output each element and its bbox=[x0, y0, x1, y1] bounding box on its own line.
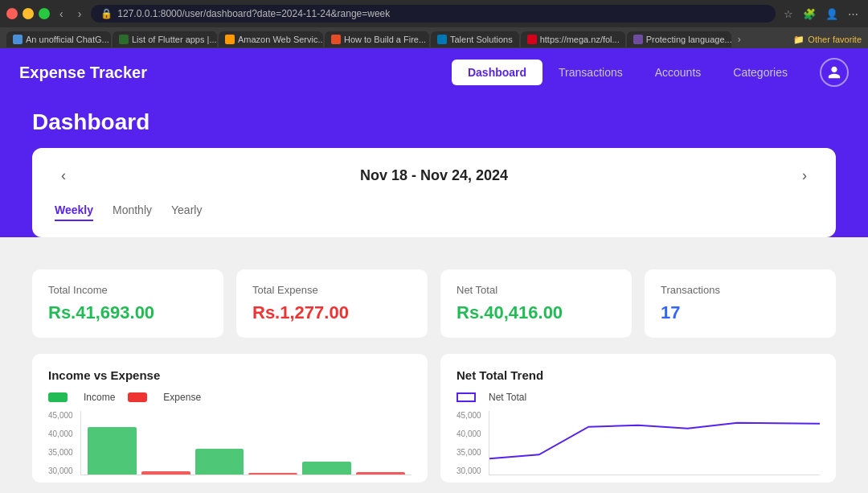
chart-area-income-expense: 45,000 40,000 35,000 30,000 bbox=[48, 411, 411, 475]
close-button[interactable]: × bbox=[6, 8, 18, 19]
app-header: Expense Tracker Dashboard Transactions A… bbox=[0, 48, 868, 97]
date-nav-row: ‹ Nov 18 - Nov 24, 2024 › bbox=[55, 164, 813, 187]
chart-line-net bbox=[489, 411, 820, 475]
chart-area-net-trend: 45,000 40,000 35,000 30,000 bbox=[457, 411, 820, 475]
prev-date-button[interactable]: ‹ bbox=[55, 164, 72, 187]
tab-label: An unofficial ChatG... bbox=[26, 35, 109, 44]
tab-language[interactable]: Protecting language... bbox=[627, 31, 731, 47]
browser-toolbar: × − + ‹ › 🔒 127.0.0.1:8000/user/dashboar… bbox=[0, 0, 868, 27]
y-label-1: 45,000 bbox=[48, 411, 77, 420]
legend-income-color bbox=[48, 392, 68, 402]
browser-actions: ☆ 🧩 👤 ⋯ bbox=[780, 6, 862, 22]
tab-label: Talent Solutions bbox=[450, 35, 513, 44]
main-bg: Total Income Rs.41,693.00 Total Expense … bbox=[0, 253, 868, 493]
settings-button[interactable]: ⋯ bbox=[845, 6, 862, 22]
url-text: 127.0.0.1:8000/user/dashboard?date=2024-… bbox=[117, 8, 390, 19]
next-date-button[interactable]: › bbox=[796, 164, 813, 187]
bar-expense-1 bbox=[141, 471, 190, 475]
tab-mega[interactable]: https://mega.nz/fol... bbox=[521, 31, 625, 47]
nav-tab-transactions[interactable]: Transactions bbox=[542, 60, 639, 85]
y-axis-labels-net: 45,000 40,000 35,000 30,000 bbox=[457, 411, 485, 475]
stat-card-income: Total Income Rs.41,693.00 bbox=[32, 269, 223, 338]
chart-legend-income-expense: Income Expense bbox=[48, 392, 411, 403]
tab-label: https://mega.nz/fol... bbox=[540, 35, 620, 44]
chart-bars-income-expense bbox=[80, 411, 411, 475]
legend-net-color bbox=[457, 392, 476, 402]
tab-chatg[interactable]: An unofficial ChatG... bbox=[6, 31, 111, 47]
y-label-net-4: 30,000 bbox=[457, 466, 485, 475]
tab-label: List of Flutter apps |... bbox=[132, 35, 217, 44]
range-tab-weekly[interactable]: Weekly bbox=[55, 200, 93, 221]
nav-tabs: Dashboard Transactions Accounts Categori… bbox=[452, 60, 804, 85]
nav-tab-categories[interactable]: Categories bbox=[717, 60, 804, 85]
bar-expense-2 bbox=[248, 473, 297, 475]
profile-button[interactable]: 👤 bbox=[822, 6, 841, 22]
stat-card-net: Net Total Rs.40,416.00 bbox=[440, 269, 632, 338]
chart-card-net-trend: Net Total Trend Net Total 45,000 40,000 … bbox=[440, 354, 836, 483]
nav-tab-accounts[interactable]: Accounts bbox=[639, 60, 718, 85]
app-title: Expense Tracker bbox=[19, 64, 452, 82]
chart-legend-net-trend: Net Total bbox=[457, 392, 820, 403]
stat-value-income: Rs.41,693.00 bbox=[48, 302, 207, 323]
app: Expense Tracker Dashboard Transactions A… bbox=[0, 48, 868, 237]
y-label-net-1: 45,000 bbox=[457, 411, 485, 420]
back-button[interactable]: ‹ bbox=[55, 6, 68, 22]
user-icon[interactable] bbox=[820, 58, 849, 87]
page-title: Dashboard bbox=[32, 109, 836, 135]
tab-icon bbox=[437, 35, 447, 44]
tab-flutter[interactable]: List of Flutter apps |... bbox=[113, 31, 217, 47]
charts-section: Income vs Expense Income Expense 45,000 … bbox=[0, 354, 868, 493]
chart-title-income-expense: Income vs Expense bbox=[48, 368, 411, 382]
stat-value-net: Rs.40,416.00 bbox=[457, 302, 616, 323]
tab-label: Protecting language... bbox=[646, 35, 731, 44]
chart-title-net-trend: Net Total Trend bbox=[457, 368, 820, 382]
lock-icon: 🔒 bbox=[100, 8, 113, 19]
legend-net-label: Net Total bbox=[489, 392, 526, 403]
y-label-net-2: 40,000 bbox=[457, 429, 485, 438]
chart-card-income-expense: Income vs Expense Income Expense 45,000 … bbox=[32, 354, 428, 483]
other-favorites[interactable]: 📁 Other favorite bbox=[793, 35, 862, 45]
stat-card-transactions: Transactions 17 bbox=[645, 269, 836, 338]
y-label-net-3: 35,000 bbox=[457, 448, 485, 457]
date-range-text: Nov 18 - Nov 24, 2024 bbox=[360, 167, 508, 184]
dashboard-bg: Dashboard ‹ Nov 18 - Nov 24, 2024 › Week… bbox=[0, 97, 868, 237]
bookmark-button[interactable]: ☆ bbox=[780, 6, 796, 22]
nav-tab-dashboard[interactable]: Dashboard bbox=[452, 60, 542, 85]
y-label-4: 30,000 bbox=[48, 466, 77, 475]
stat-label-transactions: Transactions bbox=[661, 284, 820, 296]
bar-income-2 bbox=[195, 449, 244, 475]
legend-expense-label: Expense bbox=[163, 392, 201, 403]
maximize-button[interactable]: + bbox=[39, 8, 50, 19]
stat-value-transactions: 17 bbox=[661, 302, 820, 323]
stat-card-expense: Total Expense Rs.1,277.00 bbox=[236, 269, 428, 338]
tab-icon bbox=[13, 35, 23, 44]
minimize-button[interactable]: − bbox=[23, 8, 34, 19]
address-bar[interactable]: 🔒 127.0.0.1:8000/user/dashboard?date=202… bbox=[91, 5, 776, 23]
tab-icon bbox=[527, 35, 537, 44]
y-axis-labels: 45,000 40,000 35,000 30,000 bbox=[48, 411, 77, 475]
y-label-2: 40,000 bbox=[48, 429, 77, 438]
other-favorites-label: Other favorite bbox=[808, 35, 862, 44]
forward-button[interactable]: › bbox=[73, 6, 87, 22]
tab-label: How to Build a Fire... bbox=[344, 35, 426, 44]
tab-label: Amazon Web Servic... bbox=[238, 35, 323, 44]
tab-icon bbox=[331, 35, 341, 44]
stats-section: Total Income Rs.41,693.00 Total Expense … bbox=[0, 253, 868, 354]
tab-aws[interactable]: Amazon Web Servic... bbox=[219, 31, 323, 47]
more-tabs-button[interactable]: › bbox=[733, 31, 746, 48]
stat-label-income: Total Income bbox=[48, 284, 207, 296]
folder-icon: 📁 bbox=[793, 35, 805, 45]
tab-icon bbox=[119, 35, 129, 44]
stat-value-expense: Rs.1,277.00 bbox=[252, 302, 411, 323]
date-nav-card: ‹ Nov 18 - Nov 24, 2024 › Weekly Monthly… bbox=[32, 148, 836, 237]
extensions-button[interactable]: 🧩 bbox=[800, 6, 819, 22]
legend-income-label: Income bbox=[84, 392, 115, 403]
range-tab-monthly[interactable]: Monthly bbox=[113, 200, 152, 221]
bar-income-1 bbox=[88, 427, 137, 475]
tab-fire[interactable]: How to Build a Fire... bbox=[325, 31, 429, 47]
bar-income-3 bbox=[302, 462, 351, 475]
range-tab-yearly[interactable]: Yearly bbox=[171, 200, 202, 221]
range-tabs: Weekly Monthly Yearly bbox=[55, 200, 813, 221]
tab-talent[interactable]: Talent Solutions bbox=[431, 31, 519, 47]
tabs-bar: An unofficial ChatG... List of Flutter a… bbox=[0, 27, 868, 48]
